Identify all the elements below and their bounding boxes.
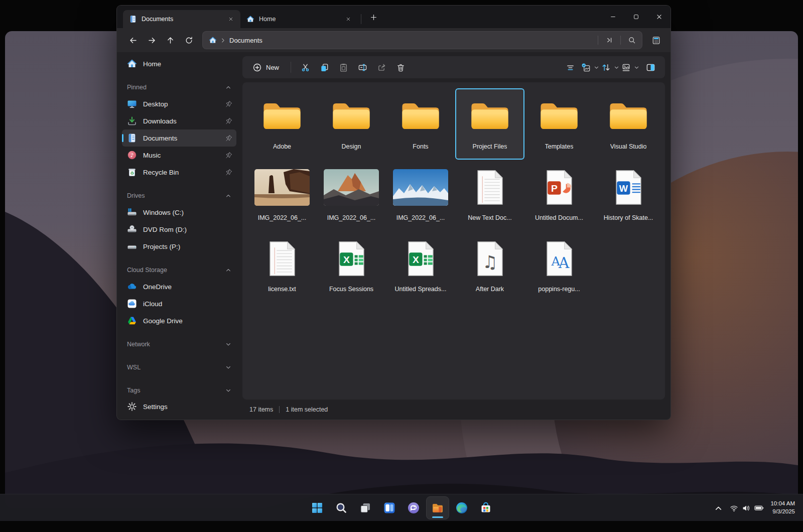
file-item-img-2022-06[interactable]: IMG_2022_06_... bbox=[386, 160, 455, 231]
start-button[interactable] bbox=[306, 497, 328, 519]
task-view-button[interactable] bbox=[354, 497, 376, 519]
file-name: Focus Sessions bbox=[329, 286, 373, 293]
file-item-new-text-doc[interactable]: New Text Doc... bbox=[455, 160, 524, 231]
copy-button[interactable] bbox=[315, 59, 334, 76]
tab-home[interactable]: Home bbox=[240, 10, 358, 28]
back-button[interactable] bbox=[124, 31, 143, 49]
document-icon bbox=[129, 15, 137, 23]
view-icon bbox=[621, 63, 631, 72]
goto-icon bbox=[605, 36, 613, 44]
search-button-address[interactable] bbox=[624, 33, 640, 48]
tab-documents[interactable]: Documents bbox=[123, 10, 240, 28]
sidebar-section-tags[interactable]: Tags bbox=[122, 382, 236, 398]
sidebar-item-settings[interactable]: Settings bbox=[122, 398, 236, 415]
file-name: license.txt bbox=[268, 286, 296, 293]
status-bar: 17 items 1 item selected bbox=[242, 400, 665, 420]
file-item-templates[interactable]: Templates bbox=[524, 88, 594, 160]
tray-chevron-button[interactable] bbox=[711, 498, 726, 517]
sidebar-section-network[interactable]: Network bbox=[122, 336, 236, 352]
file-icon-box bbox=[538, 92, 580, 140]
file-icon-box bbox=[393, 164, 448, 211]
paste-button[interactable] bbox=[334, 59, 353, 76]
forward-button[interactable] bbox=[143, 31, 161, 49]
chevron-down-icon bbox=[614, 65, 619, 70]
file-item-poppins-regu[interactable]: AApoppins-regu... bbox=[524, 231, 594, 302]
files-app-icon bbox=[431, 501, 444, 514]
files-app-button[interactable] bbox=[427, 497, 449, 519]
file-item-img-2022-06[interactable]: IMG_2022_06_... bbox=[247, 160, 317, 231]
sidebar-item-google-drive[interactable]: Google Drive bbox=[122, 312, 236, 329]
sidebar-section-pinned[interactable]: Pinned bbox=[122, 79, 236, 95]
up-button[interactable] bbox=[161, 31, 180, 49]
address-bar[interactable]: Documents bbox=[202, 31, 642, 49]
tab-close-button[interactable] bbox=[343, 14, 354, 25]
pin-icon bbox=[225, 152, 232, 159]
filter-icon bbox=[566, 63, 575, 72]
sidebar-item-music[interactable]: ♪Music bbox=[122, 147, 236, 164]
sidebar: HomePinnedDesktopDownloadsDocuments♪Musi… bbox=[117, 52, 241, 420]
sidebar-item-projects-p[interactable]: Projects (P:) bbox=[122, 238, 236, 255]
sidebar-section-cloud-storage[interactable]: Cloud Storage bbox=[122, 262, 236, 278]
clock[interactable]: 10:04 AM 9/3/2025 bbox=[768, 498, 799, 517]
file-icon-box bbox=[324, 164, 379, 211]
file-item-after-dark[interactable]: ♫After Dark bbox=[455, 231, 524, 302]
file-item-fonts[interactable]: Fonts bbox=[386, 88, 455, 160]
file-item-untitled-docum[interactable]: PUntitled Docum... bbox=[524, 160, 594, 231]
folder-icon bbox=[399, 99, 442, 133]
sidebar-item-dvd-rom-d[interactable]: DVD Rom (D:) bbox=[122, 221, 236, 238]
cut-button[interactable] bbox=[296, 59, 315, 76]
sidebar-item-documents[interactable]: Documents bbox=[122, 129, 236, 147]
file-name: IMG_2022_06_... bbox=[258, 214, 307, 221]
breadcrumb[interactable]: Documents bbox=[229, 37, 262, 44]
file-item-untitled-spreads[interactable]: XUntitled Spreads... bbox=[386, 231, 455, 302]
file-item-license-txt[interactable]: license.txt bbox=[247, 231, 317, 302]
file-item-history-of-skate[interactable]: WHistory of Skate... bbox=[594, 160, 663, 231]
maximize-button[interactable] bbox=[624, 6, 647, 28]
sidebar-item-downloads[interactable]: Downloads bbox=[122, 112, 236, 129]
svg-text:♫: ♫ bbox=[482, 251, 498, 272]
new-tab-button[interactable] bbox=[365, 9, 381, 25]
go-to-button[interactable] bbox=[601, 33, 617, 48]
sidebar-item-recycle-bin[interactable]: ♻Recycle Bin bbox=[122, 164, 236, 181]
file-item-focus-sessions[interactable]: XFocus Sessions bbox=[317, 231, 386, 302]
sidebar-item-home[interactable]: Home bbox=[122, 55, 236, 72]
sidebar-item-icloud[interactable]: iCloud bbox=[122, 295, 236, 312]
sort-button[interactable] bbox=[601, 59, 620, 76]
close-button[interactable] bbox=[647, 6, 671, 28]
details-panel-button[interactable] bbox=[646, 31, 665, 49]
breadcrumb-home-icon[interactable] bbox=[209, 36, 217, 44]
group-by-button[interactable] bbox=[581, 59, 600, 76]
filter-button[interactable] bbox=[561, 59, 580, 76]
minimize-button[interactable] bbox=[601, 6, 624, 28]
edge-button[interactable] bbox=[451, 497, 473, 519]
file-item-design[interactable]: Design bbox=[317, 88, 386, 160]
refresh-button[interactable] bbox=[180, 31, 198, 49]
widgets-button[interactable] bbox=[378, 497, 400, 519]
file-item-img-2022-06[interactable]: IMG_2022_06_... bbox=[317, 160, 386, 231]
file-item-adobe[interactable]: Adobe bbox=[247, 88, 317, 160]
sidebar-section-wsl[interactable]: WSL bbox=[122, 359, 236, 375]
drive-icon bbox=[127, 241, 137, 251]
network-volume-battery-button[interactable] bbox=[727, 498, 767, 517]
sidebar-item-label: Projects (P:) bbox=[143, 243, 232, 250]
chat-button[interactable] bbox=[403, 497, 425, 519]
rename-button[interactable] bbox=[353, 59, 372, 76]
tab-close-button[interactable] bbox=[225, 14, 236, 25]
rename-icon bbox=[358, 63, 367, 72]
share-button[interactable] bbox=[372, 59, 391, 76]
folder-icon bbox=[469, 99, 511, 133]
pin-icon bbox=[225, 117, 232, 124]
toggle-preview-pane-button[interactable] bbox=[641, 59, 660, 76]
sidebar-item-onedrive[interactable]: OneDrive bbox=[122, 278, 236, 295]
view-button[interactable] bbox=[621, 59, 640, 76]
file-item-project-files[interactable]: Project Files bbox=[455, 88, 524, 160]
new-button[interactable]: New bbox=[247, 59, 286, 76]
delete-button[interactable] bbox=[391, 59, 410, 76]
sidebar-section-drives[interactable]: Drives bbox=[122, 188, 236, 204]
windows-drive-icon bbox=[127, 207, 137, 217]
store-button[interactable] bbox=[475, 497, 497, 519]
sidebar-item-desktop[interactable]: Desktop bbox=[122, 95, 236, 112]
file-item-visual-studio[interactable]: Visual Studio bbox=[594, 88, 663, 160]
search-button[interactable] bbox=[330, 497, 352, 519]
sidebar-item-windows-c[interactable]: Windows (C:) bbox=[122, 204, 236, 221]
